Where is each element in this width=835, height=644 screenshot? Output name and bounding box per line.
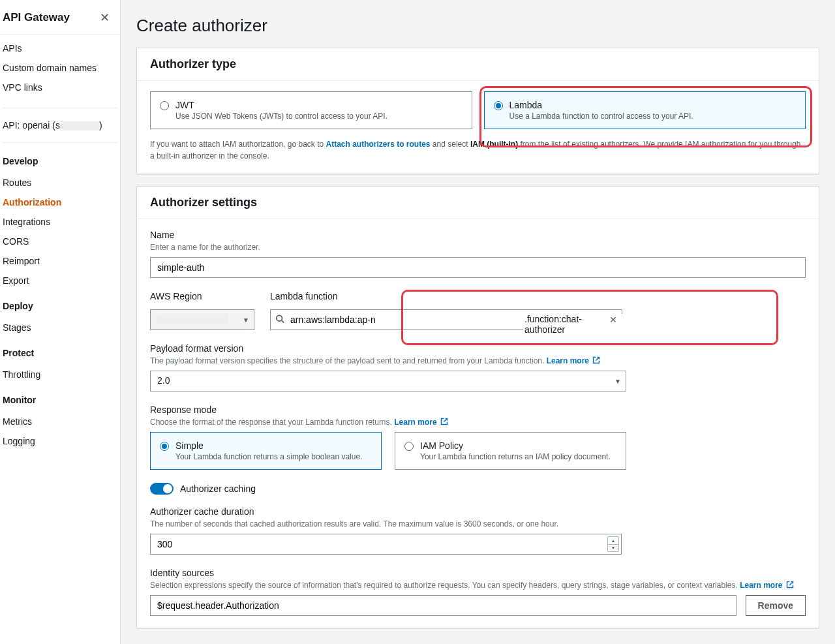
- sidebar-item-routes[interactable]: Routes: [0, 173, 120, 192]
- chevron-up-icon[interactable]: ▲: [608, 537, 618, 545]
- response-iam-desc: Your Lambda function returns an IAM poli…: [420, 452, 611, 461]
- region-select[interactable]: ▼: [150, 309, 254, 330]
- response-iam-title: IAM Policy: [420, 440, 611, 451]
- page-title: Create authorizer: [136, 0, 819, 48]
- payload-label: Payload format version: [150, 343, 806, 354]
- main: Create authorizer Authorizer type JWT Us…: [121, 0, 835, 644]
- name-label: Name: [150, 230, 806, 240]
- cache-duration-hint: The number of seconds that cached author…: [150, 519, 806, 529]
- payload-hint: The payload format version specifies the…: [150, 356, 806, 365]
- authorizer-caching-toggle[interactable]: [150, 483, 174, 495]
- cache-duration-input[interactable]: [150, 534, 622, 555]
- sidebar-item-throttling[interactable]: Throttling: [0, 365, 120, 384]
- redacted-region: [157, 314, 228, 324]
- chevron-down-icon[interactable]: ▼: [608, 545, 618, 552]
- sidebar-group-develop: Develop: [0, 149, 120, 169]
- payload-select[interactable]: 2.0 ▼: [150, 371, 626, 391]
- lambda-function-label: Lambda function: [270, 291, 806, 301]
- identity-source-input[interactable]: [150, 595, 736, 616]
- radio-icon: [404, 442, 414, 451]
- identity-sources-learn-more-link[interactable]: Learn more: [740, 581, 794, 590]
- sidebar-item-authorization[interactable]: Authorization: [0, 192, 120, 212]
- attach-authorizers-link[interactable]: Attach authorizers to routes: [326, 140, 430, 149]
- jwt-title: JWT: [175, 100, 387, 110]
- lambda-desc: Use a Lambda function to control access …: [509, 112, 693, 121]
- response-mode-learn-more-link[interactable]: Learn more: [394, 418, 448, 427]
- authorizer-type-panel: Authorizer type JWT Use JSON Web Tokens …: [136, 48, 819, 174]
- sidebar-item-apis[interactable]: APIs: [0, 38, 120, 58]
- sidebar-item-custom-domain-names[interactable]: Custom domain names: [0, 58, 120, 78]
- number-stepper[interactable]: ▲ ▼: [607, 536, 619, 552]
- sidebar-item-cors[interactable]: CORS: [0, 232, 120, 251]
- sidebar-group-monitor: Monitor: [0, 388, 120, 408]
- response-simple-title: Simple: [175, 440, 362, 451]
- authorizer-caching-label: Authorizer caching: [180, 483, 256, 494]
- name-input[interactable]: [150, 257, 806, 278]
- identity-sources-label: Identity sources: [150, 568, 806, 578]
- sidebar-top-links: APIs Custom domain names VPC links: [0, 35, 120, 101]
- lambda-function-suffix: .function:chat-authorizer: [523, 314, 622, 335]
- sidebar-item-metrics[interactable]: Metrics: [0, 412, 120, 431]
- authorizer-type-jwt[interactable]: JWT Use JSON Web Tokens (JWTs) to contro…: [150, 91, 472, 129]
- search-icon: [275, 314, 284, 326]
- external-link-icon: [440, 418, 448, 425]
- external-link-icon: [592, 356, 600, 364]
- sidebar: API Gateway ✕ APIs Custom domain names V…: [0, 0, 121, 644]
- region-label: AWS Region: [150, 291, 254, 301]
- sidebar-header: API Gateway ✕: [0, 0, 120, 35]
- remove-button[interactable]: Remove: [746, 595, 806, 616]
- sidebar-item-export[interactable]: Export: [0, 271, 120, 290]
- cache-duration-label: Authorizer cache duration: [150, 506, 806, 517]
- close-icon[interactable]: ✕: [99, 10, 111, 25]
- redacted-arn: [425, 312, 522, 326]
- response-mode-hint: Choose the format of the response that y…: [150, 418, 806, 427]
- authorizer-settings-panel: Authorizer settings Name Enter a name fo…: [136, 186, 819, 628]
- sidebar-item-reimport[interactable]: Reimport: [0, 251, 120, 271]
- radio-icon: [160, 442, 169, 451]
- radio-icon: [160, 101, 169, 110]
- external-link-icon: [786, 581, 794, 589]
- sidebar-item-integrations[interactable]: Integrations: [0, 212, 120, 232]
- sidebar-item-logging[interactable]: Logging: [0, 431, 120, 451]
- identity-sources-hint: Selection expressions specify the source…: [150, 581, 806, 590]
- authorizer-type-lambda[interactable]: Lambda Use a Lambda function to control …: [484, 91, 806, 129]
- service-title: API Gateway: [3, 11, 70, 24]
- authorizer-type-header: Authorizer type: [150, 57, 806, 71]
- sidebar-group-protect: Protect: [0, 341, 120, 361]
- sidebar-group-deploy: Deploy: [0, 294, 120, 314]
- sidebar-item-stages[interactable]: Stages: [0, 318, 120, 337]
- response-mode-label: Response mode: [150, 405, 806, 415]
- name-hint: Enter a name for the authorizer.: [150, 243, 806, 252]
- redacted-api-id: [60, 121, 99, 130]
- clear-icon[interactable]: ✕: [609, 314, 617, 325]
- payload-learn-more-link[interactable]: Learn more: [547, 356, 601, 365]
- svg-point-0: [277, 315, 282, 321]
- response-simple-desc: Your Lambda function returns a simple bo…: [175, 452, 362, 461]
- api-context-label: API: openai (s): [0, 115, 120, 136]
- svg-line-1: [282, 320, 284, 323]
- lambda-title: Lambda: [509, 100, 693, 110]
- jwt-desc: Use JSON Web Tokens (JWTs) to control ac…: [175, 112, 387, 121]
- response-mode-simple[interactable]: Simple Your Lambda function returns a si…: [150, 432, 382, 470]
- authorizer-settings-header: Authorizer settings: [150, 196, 806, 209]
- response-mode-iam-policy[interactable]: IAM Policy Your Lambda function returns …: [395, 432, 626, 470]
- radio-icon: [494, 101, 503, 110]
- iam-help-text: If you want to attach IAM authorization,…: [150, 138, 806, 162]
- sidebar-item-vpc-links[interactable]: VPC links: [0, 78, 120, 97]
